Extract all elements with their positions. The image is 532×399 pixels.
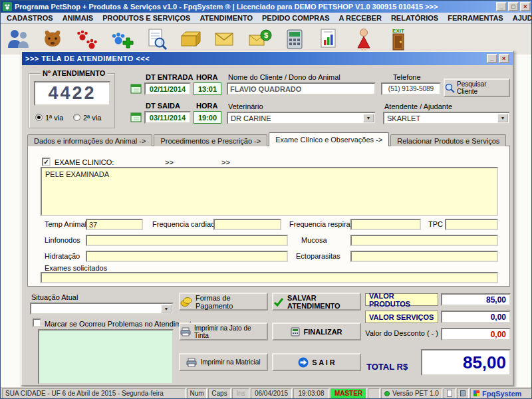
pesquisar-cliente-button[interactable]: Pesquisar Cliente (444, 78, 510, 97)
tpc-input[interactable] (445, 219, 498, 230)
menu-cadastros[interactable]: CADASTROS (2, 14, 58, 22)
freq-respirat-label: Frequencia respirat. (289, 220, 354, 228)
sair-label: S A I R (312, 358, 335, 366)
salvar-atendimento-label: SALVAR ATENDIMENTO (287, 294, 360, 310)
finalizar-button[interactable]: FINALIZAR (272, 323, 361, 340)
calculator-icon (291, 327, 300, 336)
svg-text:$: $ (264, 31, 268, 39)
tab-produtos-servicos[interactable]: Relacionar Produtos e Serviços (390, 134, 506, 146)
salvar-atendimento-button[interactable]: SALVAR ATENDIMENTO (272, 293, 361, 311)
mucosa-label: Mucosa (301, 236, 327, 244)
cliente-input[interactable]: FLAVIO QUADRADO (227, 82, 376, 95)
ectoparasitas-input[interactable] (350, 251, 498, 262)
status-computer-icon (457, 388, 469, 399)
atendimento-close-button[interactable]: × (499, 54, 509, 63)
status-ins: Ins (232, 388, 249, 399)
dt-entrada-field[interactable]: 02/11/2014 (144, 82, 191, 95)
menu-animais[interactable]: ANIMAIS (58, 14, 98, 22)
cliente-label: Nome do Cliente / Dono do Animal (228, 73, 340, 81)
freq-cardiaca-input[interactable] (213, 219, 281, 230)
desconto-value: 0,00 (441, 328, 511, 340)
sair-button[interactable]: S A I R (272, 353, 361, 371)
atendente-select[interactable]: SKARLET (383, 112, 510, 124)
menu-pedido-compras[interactable]: PEDIDO COMPRAS (257, 14, 334, 22)
via2-radio[interactable] (73, 114, 80, 121)
clients-icon[interactable] (3, 25, 33, 53)
status-document-icon (444, 388, 456, 399)
tab-strip: Dados e informações do Animal -> Procedi… (27, 132, 507, 146)
menu-bar: CADASTROS ANIMAIS PRODUTOS E SERVIÇOS AT… (1, 13, 532, 24)
status-version-text: Versão PET 1.0 (392, 390, 439, 397)
menu-atendimento[interactable]: ATENDIMENTO (195, 14, 257, 22)
desconto-label: Valor do Desconto ( - ) (361, 329, 438, 337)
formas-pagamento-button[interactable]: Formas de Pagamento (179, 293, 268, 311)
dt-saida-field[interactable]: 03/11/2014 (144, 111, 191, 124)
observacoes-textarea[interactable]: PELE EXAMINADA (41, 167, 498, 216)
chevron-down-icon[interactable] (161, 305, 172, 313)
chevron-down-icon[interactable] (497, 114, 508, 122)
chevron-2: >> (221, 158, 230, 166)
tpc-label: TPC (428, 220, 443, 228)
printer-icon (180, 327, 191, 336)
search-document-icon[interactable] (142, 25, 171, 53)
exit-icon[interactable]: EXIT (384, 25, 413, 53)
total-label: TOTAL R$ (366, 362, 408, 372)
hidratacao-input[interactable] (86, 251, 288, 262)
paws-icon[interactable] (72, 25, 102, 53)
imprimir-matricial-button[interactable]: Imprimir na Matricial (179, 353, 268, 371)
menu-relatorios[interactable]: RELATÓRIOS (386, 14, 443, 22)
linfonodos-input[interactable] (86, 235, 288, 246)
status-date: 06/04/2015 (251, 388, 292, 399)
payments-icon[interactable]: $ (245, 25, 275, 53)
dt-entrada-label: DT ENTRADA (146, 73, 194, 81)
imprimir-jato-button[interactable]: Imprimir na Jato de Tinta (179, 323, 268, 340)
status-caps: Caps (208, 388, 231, 399)
atendente-value: SKARLET (387, 114, 420, 122)
status-location: SUA CIDADE - UF 6 de Abril de 2015 - Seg… (2, 388, 186, 399)
reports-icon[interactable] (315, 25, 344, 53)
veterinario-value: DR CARINE (231, 114, 271, 122)
veterinario-select[interactable]: DR CARINE (227, 112, 376, 124)
mail-icon[interactable] (211, 25, 240, 53)
led-icon (384, 391, 390, 396)
animals-icon[interactable] (38, 25, 67, 53)
problemas-textarea[interactable] (38, 329, 174, 384)
status-time: 19:03:08 (293, 388, 329, 399)
telefone-input[interactable]: (51) 9139-5089 (381, 82, 441, 95)
finalizar-label: FINALIZAR (303, 328, 342, 336)
exame-clinico-checkbox[interactable] (42, 158, 51, 166)
minimize-button[interactable]: _ (496, 2, 507, 11)
menu-ajuda[interactable]: AJUDA (508, 14, 532, 22)
products-icon[interactable] (176, 25, 205, 53)
vet-care-icon[interactable] (107, 25, 136, 53)
calendar-entrada-icon[interactable] (130, 83, 142, 95)
atendimento-minimize-button[interactable]: _ (487, 54, 497, 63)
menu-ferramentas[interactable]: FERRAMENTAS (443, 14, 508, 22)
imprimir-jato-label: Imprimir na Jato de Tinta (194, 325, 267, 339)
via2-label: 2ª via (83, 114, 101, 122)
close-button[interactable]: × (520, 2, 531, 11)
ectoparasitas-label: Ectoparasitas (296, 252, 340, 260)
application-window: Programa PetShop + Produtos & Serviços v… (0, 0, 532, 399)
freq-respirat-input[interactable] (350, 219, 421, 230)
exames-solicitados-input[interactable] (41, 272, 498, 283)
printer-icon (186, 358, 197, 367)
calendar-saida-icon[interactable] (130, 112, 142, 124)
tab-procedimentos[interactable]: Procedimentos e Prescrição -> (154, 134, 267, 146)
attendant-icon[interactable] (349, 25, 378, 53)
maximize-button[interactable]: □ (508, 2, 519, 11)
tab-exame-clinico[interactable]: Exame Clínico e Observações -> (269, 132, 389, 146)
mucosa-input[interactable] (350, 235, 498, 246)
tab-dados-animal[interactable]: Dados e informações do Animal -> (27, 134, 152, 146)
cash-register-icon[interactable] (280, 25, 309, 53)
situacao-select[interactable] (30, 303, 174, 315)
exames-solicitados-label: Exames solicitados (45, 264, 107, 272)
valor-produtos-label: VALOR PRODUTOS (365, 293, 438, 306)
menu-produtos-servicos[interactable]: PRODUTOS E SERVIÇOS (98, 14, 195, 22)
chevron-down-icon[interactable] (363, 114, 374, 122)
temp-input[interactable]: 37 (86, 219, 143, 230)
via1-radio[interactable] (35, 114, 43, 121)
status-brand: FpqSystem (470, 388, 531, 399)
menu-a-receber[interactable]: A RECEBER (334, 14, 386, 22)
problemas-checkbox[interactable] (33, 319, 41, 327)
